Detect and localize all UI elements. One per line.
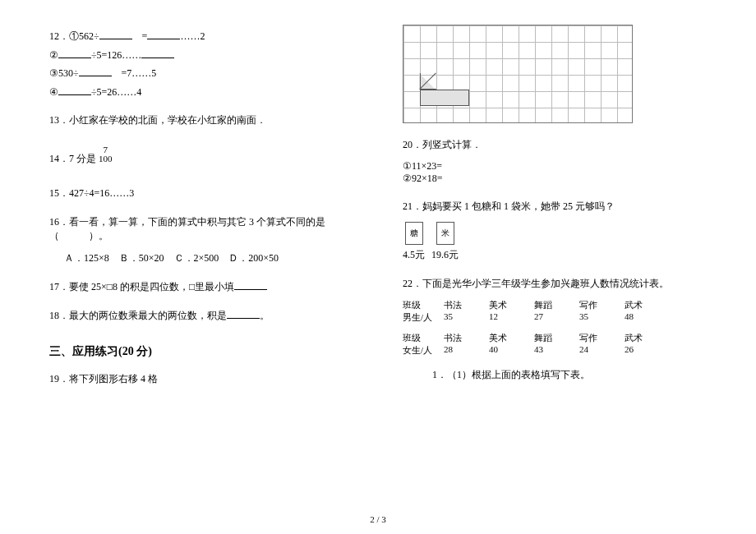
page-number: 2 / 3 <box>0 514 756 524</box>
grid-figure <box>403 25 633 123</box>
rice-icon: 米 <box>436 222 454 245</box>
q21: 21．妈妈要买 1 包糖和 1 袋米，她带 25 元够吗？ 糖 4.5元 米 1… <box>403 200 707 262</box>
q22: 22．下面是光华小学三年级学生参加兴趣班人数情况统计表。 班级 书法 美术 舞蹈… <box>403 277 707 382</box>
blank[interactable] <box>141 48 174 58</box>
q20: 20．列竖式计算． ①11×23= ②92×18= <box>403 138 707 185</box>
blank[interactable] <box>58 85 91 95</box>
price-items: 糖 4.5元 米 19.6元 <box>403 222 707 262</box>
q17: 17．要使 25×□8 的积是四位数，□里最小填 <box>49 280 353 294</box>
shape <box>420 73 469 106</box>
stats-table-boys: 班级 书法 美术 舞蹈 写作 武术 男生/人 35 12 27 35 48 <box>403 299 707 324</box>
blank[interactable] <box>79 67 112 76</box>
q14: 14．7 分是 7 100 <box>49 142 353 172</box>
blank[interactable] <box>147 30 180 39</box>
stats-table-girls: 班级 书法 美术 舞蹈 写作 武术 女生/人 28 40 43 24 26 <box>403 332 707 357</box>
q13: 13．小红家在学校的北面，学校在小红家的南面． <box>49 113 353 127</box>
rice-price: 19.6元 <box>431 248 459 262</box>
sugar-price: 4.5元 <box>403 248 425 262</box>
q22-sub1: 1．（1）根据上面的表格填写下表。 <box>432 368 707 382</box>
q19: 19．将下列图形右移 4 格 <box>49 372 353 386</box>
blank[interactable] <box>227 309 260 319</box>
blank[interactable] <box>58 48 91 58</box>
q12: 12．①562÷ =……2 ②÷5=126…… ③530÷ =7……5 ④÷5=… <box>49 30 353 99</box>
q12-label: 12． <box>49 30 69 42</box>
blank[interactable] <box>234 280 267 290</box>
section-3-heading: 三、应用练习(20 分) <box>49 344 353 359</box>
fraction: 7 100 <box>99 145 113 163</box>
q16: 16．看一看，算一算，下面的算式中积与其它 3 个算式不同的是（ ）。 Ａ．12… <box>49 215 353 265</box>
blank[interactable] <box>99 30 132 39</box>
sugar-icon: 糖 <box>405 222 423 245</box>
q15: 15．427÷4=16……3 <box>49 186 353 200</box>
q18: 18．最大的两位数乘最大的两位数，积是。 <box>49 309 353 323</box>
